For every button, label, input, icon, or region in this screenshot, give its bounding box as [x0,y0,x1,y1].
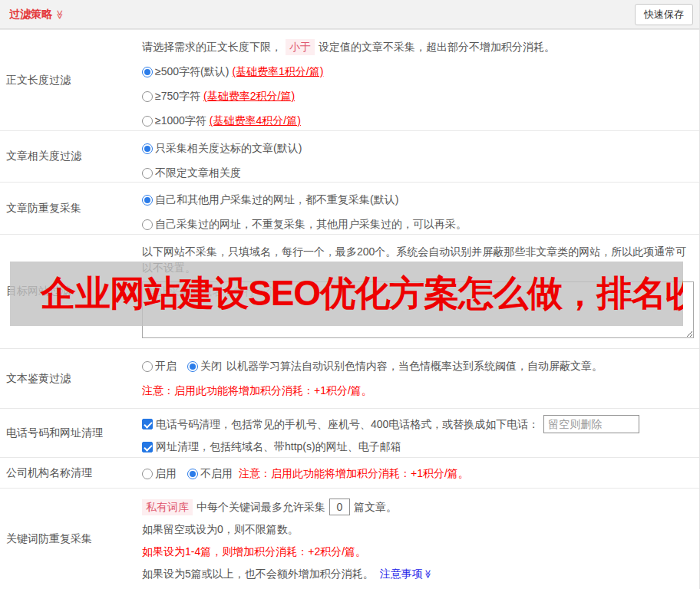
radio-option-dedupe-all[interactable]: 自己和其他用户采集过的网址，都不重复采集(默认) [142,192,692,208]
row-label: 电话号码和网址清理 [0,409,142,457]
row-relevance: 文章相关度过滤 只采集相关度达标的文章(默认) 不限定文章相关度 [0,130,699,182]
row-label: 文章防重复采集 [0,183,142,234]
radio-option-750[interactable]: ≥750字符 (基础费率2积分/篇) [142,88,692,104]
highlight-lessthan: 小于 [286,39,315,55]
row-label: 正文长度过滤 [0,30,142,130]
radio-checked-icon[interactable] [187,361,198,372]
radio-icon[interactable] [142,116,153,127]
chevron-down-icon: ≫ [420,570,436,579]
notes-link[interactable]: 注意事项 ≫ [380,566,433,582]
row-label: 文本鉴黄过滤 [0,349,142,408]
radio-icon[interactable] [142,469,153,479]
phone-clean-label: 电话号码清理，包括常见的手机号、座机号、400电话格式，或替换成如下电话： [156,416,539,433]
row-dedupe: 文章防重复采集 自己和其他用户采集过的网址，都不重复采集(默认) 自己采集过的网… [0,182,699,234]
topbar: 过滤策略 ≫ 快速保存 [0,0,699,29]
keyword-note-1: 如果留空或设为0，则不限篇数。 [142,522,692,538]
radio-option-company-off[interactable]: 不启用 [187,466,233,482]
radio-option-1000[interactable]: ≥1000字符 (基础费率4积分/篇) [142,113,692,129]
radio-option-dedupe-self[interactable]: 自己采集过的网址，不重复采集，其他用户采集过的，可以再采。 [142,216,692,232]
radio-checked-icon[interactable] [142,195,153,206]
radio-option-relevance-any[interactable]: 不限定文章相关度 [142,165,692,181]
blocked-domains-textarea[interactable] [142,281,694,338]
target-site-desc: 以下网站不采集，只填域名，每行一个，最多200个。系统会自动识别并屏蔽那些非文章… [142,244,694,276]
radio-icon[interactable] [142,361,153,372]
cost-note: (基础费率4积分/篇) [210,113,301,129]
porn-filter-note: 注意：启用此功能将增加积分消耗：+1积分/篇。 [142,383,692,399]
row-target-site: 目标网站过滤 以下网站不采集，只填域名，每行一个，最多200个。系统会自动识别并… [0,234,699,348]
keyword-note-2: 如果设为1-4篇，则增加积分消耗：+2积分/篇。 [142,544,692,560]
radio-option-porn-on[interactable]: 开启 [142,358,177,374]
radio-option-company-on[interactable]: 启用 [142,466,177,482]
keyword-note-3: 如果设为5篇或以上，也不会额外增加积分消耗。 [142,566,374,582]
chevron-down-icon: ≫ [54,9,65,19]
row-label: 公司机构名称清理 [0,458,142,488]
porn-filter-desc: 以机器学习算法自动识别色情内容，当色情概率达到系统阈值，自动屏蔽文章。 [226,358,603,374]
row-company-clean: 公司机构名称清理 启用 不启用 注意：启用此功能将增加积分消耗：+1积分/篇。 [0,457,699,488]
quick-save-button[interactable]: 快速保存 [635,4,693,25]
cost-note: (基础费率2积分/篇) [203,88,295,104]
row-label: 目标网站过滤 [0,235,142,348]
radio-checked-icon[interactable] [142,67,153,77]
radio-option-porn-off[interactable]: 关闭 [187,358,222,374]
cost-note: (基础费率1积分/篇) [232,64,323,80]
max-articles-input[interactable] [329,499,350,515]
company-clean-note: 注意：启用此功能将增加积分消耗：+1积分/篇。 [239,466,469,482]
radio-checked-icon[interactable] [187,469,198,479]
radio-option-500[interactable]: ≥500字符(默认) (基础费率1积分/篇) [142,64,692,80]
radio-option-relevance-strict[interactable]: 只采集相关度达标的文章(默认) [142,140,692,156]
radio-icon[interactable] [142,219,153,230]
radio-icon[interactable] [142,91,153,102]
content-length-intro: 请选择需求的正文长度下限， 小于 设定值的文章不采集，超出部分不增加积分消耗。 [142,39,692,55]
row-content-length: 正文长度过滤 请选择需求的正文长度下限， 小于 设定值的文章不采集，超出部分不增… [0,29,699,130]
row-label: 关键词防重复采集 [0,489,142,589]
checkbox-checked-icon[interactable] [142,442,153,452]
row-porn-filter: 文本鉴黄过滤 开启 关闭 以机器学习算法自动识别色情内容，当色情概率达到系统阈值… [0,348,699,408]
radio-icon[interactable] [142,168,153,179]
row-phone-url-clean: 电话号码和网址清理 电话号码清理，包括常见的手机号、座机号、400电话格式，或替… [0,408,699,457]
page-title-label: 过滤策略 [9,8,52,21]
private-lexicon-tag: 私有词库 [142,499,193,515]
row-keyword-dedupe: 关键词防重复采集 私有词库 中每个关键词最多允许采集 篇文章。 如果留空或设为0… [0,488,699,589]
url-clean-label: 网址清理，包括纯域名、带http(s)的网址、电子邮箱 [156,439,401,455]
row-label: 文章相关度过滤 [0,131,142,182]
filter-strategy-page: 过滤策略 ≫ 快速保存 正文长度过滤 请选择需求的正文长度下限， 小于 设定值的… [0,0,700,589]
radio-checked-icon[interactable] [142,143,153,154]
checkbox-checked-icon[interactable] [142,419,153,429]
replace-phone-input[interactable] [543,415,639,433]
page-title[interactable]: 过滤策略 ≫ [9,8,65,21]
